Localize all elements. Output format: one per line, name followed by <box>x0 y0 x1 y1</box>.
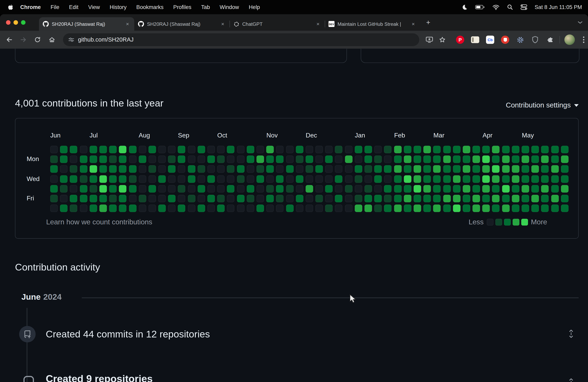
contribution-day-cell[interactable] <box>50 165 58 173</box>
contribution-day-cell[interactable] <box>374 155 382 163</box>
contribution-day-cell[interactable] <box>473 195 480 202</box>
contribution-day-cell[interactable] <box>119 165 126 173</box>
contribution-day-cell[interactable] <box>512 175 519 183</box>
contribution-day-cell[interactable] <box>433 205 441 212</box>
contribution-day-cell[interactable] <box>207 185 215 192</box>
contribution-day-cell[interactable] <box>158 185 166 192</box>
contribution-day-cell[interactable] <box>276 165 284 173</box>
contribution-day-cell[interactable] <box>266 185 274 192</box>
contribution-day-cell[interactable] <box>227 155 235 163</box>
contribution-day-cell[interactable] <box>423 185 431 192</box>
contribution-day-cell[interactable] <box>80 146 87 153</box>
contribution-day-cell[interactable] <box>276 146 284 153</box>
bookmark-star-icon[interactable] <box>437 35 447 45</box>
contribution-day-cell[interactable] <box>168 155 176 163</box>
contribution-day-cell[interactable] <box>531 155 539 163</box>
contribution-day-cell[interactable] <box>296 155 303 163</box>
reader-extension-icon[interactable] <box>470 35 480 45</box>
contribution-day-cell[interactable] <box>541 155 549 163</box>
contribution-day-cell[interactable] <box>266 146 274 153</box>
control-center-icon[interactable] <box>520 4 527 10</box>
contribution-day-cell[interactable] <box>365 195 372 202</box>
contribution-day-cell[interactable] <box>256 175 264 183</box>
contribution-day-cell[interactable] <box>266 165 274 173</box>
contribution-day-cell[interactable] <box>109 165 117 173</box>
contribution-day-cell[interactable] <box>325 195 333 202</box>
contribution-day-cell[interactable] <box>384 185 392 192</box>
contribution-day-cell[interactable] <box>492 155 500 163</box>
contribution-day-cell[interactable] <box>139 205 146 212</box>
contribution-day-cell[interactable] <box>325 165 333 173</box>
contribution-day-cell[interactable] <box>502 165 510 173</box>
contribution-day-cell[interactable] <box>50 175 58 183</box>
contribution-day-cell[interactable] <box>80 155 87 163</box>
contribution-day-cell[interactable] <box>345 205 352 212</box>
contribution-day-cell[interactable] <box>256 185 264 192</box>
tab-close-icon[interactable]: × <box>220 21 226 27</box>
contribution-day-cell[interactable] <box>70 185 77 192</box>
contribution-day-cell[interactable] <box>296 175 303 183</box>
contribution-day-cell[interactable] <box>139 165 146 173</box>
contribution-day-cell[interactable] <box>188 155 195 163</box>
contribution-day-cell[interactable] <box>168 185 176 192</box>
tab-chatgpt[interactable]: ChatGPT × <box>230 17 325 31</box>
contribution-day-cell[interactable] <box>50 185 58 192</box>
contribution-day-cell[interactable] <box>541 146 549 153</box>
contribution-day-cell[interactable] <box>266 195 274 202</box>
contribution-day-cell[interactable] <box>188 195 195 202</box>
contribution-day-cell[interactable] <box>139 175 146 183</box>
menubar-item-history[interactable]: History <box>105 4 131 10</box>
contribution-day-cell[interactable] <box>188 205 195 212</box>
url-text[interactable]: github.com/SH20RAJ <box>78 36 134 43</box>
contribution-day-cell[interactable] <box>345 165 352 173</box>
cb-extension-icon[interactable]: Cb <box>485 35 495 45</box>
contribution-day-cell[interactable] <box>394 165 402 173</box>
contribution-day-cell[interactable] <box>80 165 87 173</box>
contribution-day-cell[interactable] <box>207 165 215 173</box>
contribution-day-cell[interactable] <box>423 165 431 173</box>
contribution-day-cell[interactable] <box>119 175 126 183</box>
contribution-day-cell[interactable] <box>365 146 372 153</box>
contribution-day-cell[interactable] <box>256 155 264 163</box>
contribution-day-cell[interactable] <box>306 195 313 202</box>
contribution-day-cell[interactable] <box>473 155 480 163</box>
contribution-day-cell[interactable] <box>266 175 274 183</box>
contribution-day-cell[interactable] <box>99 195 107 202</box>
contribution-day-cell[interactable] <box>325 146 333 153</box>
contribution-day-cell[interactable] <box>188 146 195 153</box>
contribution-day-cell[interactable] <box>70 146 77 153</box>
contribution-day-cell[interactable] <box>355 146 362 153</box>
contribution-day-cell[interactable] <box>492 195 500 202</box>
contribution-day-cell[interactable] <box>345 175 352 183</box>
contribution-day-cell[interactable] <box>404 195 411 202</box>
contribution-day-cell[interactable] <box>227 175 235 183</box>
contribution-day-cell[interactable] <box>433 185 441 192</box>
contribution-day-cell[interactable] <box>188 175 195 183</box>
contribution-day-cell[interactable] <box>551 195 559 202</box>
contribution-day-cell[interactable] <box>483 175 490 183</box>
contribution-day-cell[interactable] <box>463 175 470 183</box>
contribution-day-cell[interactable] <box>306 165 313 173</box>
contribution-day-cell[interactable] <box>60 165 68 173</box>
contribution-day-cell[interactable] <box>394 205 402 212</box>
contribution-day-cell[interactable] <box>109 195 117 202</box>
contribution-day-cell[interactable] <box>355 205 362 212</box>
contribution-day-cell[interactable] <box>512 185 519 192</box>
contribution-day-cell[interactable] <box>158 155 166 163</box>
contribution-day-cell[interactable] <box>139 185 146 192</box>
tab-close-icon[interactable]: × <box>125 21 131 27</box>
contribution-day-cell[interactable] <box>414 205 421 212</box>
contribution-day-cell[interactable] <box>70 205 77 212</box>
contribution-day-cell[interactable] <box>345 195 352 202</box>
contribution-day-cell[interactable] <box>148 195 156 202</box>
contribution-day-cell[interactable] <box>99 205 107 212</box>
contribution-day-cell[interactable] <box>80 175 87 183</box>
contribution-day-cell[interactable] <box>60 155 68 163</box>
contribution-day-cell[interactable] <box>414 175 421 183</box>
contribution-day-cell[interactable] <box>315 155 323 163</box>
contribution-day-cell[interactable] <box>463 155 470 163</box>
contribution-day-cell[interactable] <box>237 195 244 202</box>
contribution-day-cell[interactable] <box>90 185 97 192</box>
contribution-day-cell[interactable] <box>345 185 352 192</box>
contribution-day-cell[interactable] <box>148 205 156 212</box>
